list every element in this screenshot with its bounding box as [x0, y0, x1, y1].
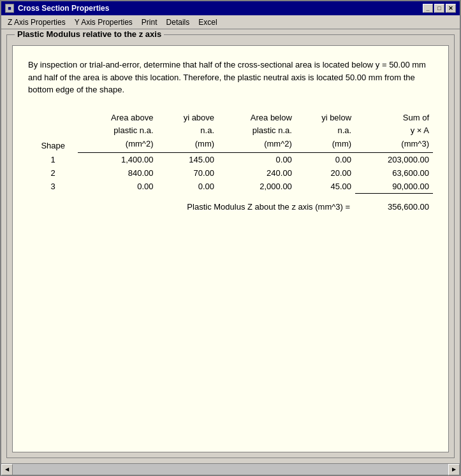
cell-sum-1: 203,000.00 — [355, 153, 433, 167]
table-header-row-3: (mm^2) (mm) (mm^2) (mm) (mm^3) — [28, 138, 433, 152]
title-bar-left: ■ Cross Section Properties — [5, 4, 109, 13]
cell-yi-below-3: 45.00 — [296, 180, 355, 194]
window-icon: ■ — [5, 4, 14, 13]
window-title: Cross Section Properties — [18, 4, 109, 13]
header-sum-1: Sum of — [355, 112, 433, 125]
horizontal-scrollbar: ◀ ▶ — [1, 463, 460, 475]
menu-item-details[interactable]: Details — [163, 17, 194, 28]
header-area-above-unit: (mm^2) — [78, 138, 157, 152]
cell-area-above-3: 0.00 — [78, 180, 157, 194]
table-row: 1 1,400.00 145.00 0.00 0.00 203,000.00 — [28, 153, 433, 167]
description-text: By inspection or trial-and-error, determ… — [28, 59, 433, 96]
scroll-right-button[interactable]: ▶ — [448, 464, 460, 475]
main-window: ■ Cross Section Properties _ □ ✕ Z Axis … — [0, 0, 461, 476]
scroll-track[interactable] — [13, 464, 448, 475]
header-shape: Shape — [28, 112, 78, 153]
header-yi-above-1: yi above — [157, 112, 219, 125]
title-bar: ■ Cross Section Properties _ □ ✕ — [1, 1, 460, 15]
header-area-below-unit: (mm^2) — [218, 138, 296, 152]
title-bar-controls: _ □ ✕ — [423, 4, 456, 13]
header-area-below-2: plastic n.a. — [218, 124, 296, 138]
header-area-above-2: plastic n.a. — [78, 124, 157, 138]
menu-item-print[interactable]: Print — [138, 17, 161, 28]
cell-yi-above-3: 0.00 — [157, 180, 219, 194]
header-yi-above-unit: (mm) — [157, 138, 219, 152]
close-button[interactable]: ✕ — [446, 4, 456, 13]
minimize-button[interactable]: _ — [423, 4, 433, 13]
menu-item-excel[interactable]: Excel — [194, 17, 221, 28]
separator-line — [355, 194, 433, 199]
cell-sum-2: 63,600.00 — [355, 166, 433, 180]
table-row: 3 0.00 0.00 2,000.00 45.00 90,000.00 — [28, 180, 433, 194]
table-header-row-1: Shape Area above yi above Area below yi … — [28, 112, 433, 125]
cell-area-below-1: 0.00 — [218, 153, 296, 167]
menu-item-y-axis[interactable]: Y Axis Properties — [71, 17, 136, 28]
cell-yi-above-1: 145.00 — [157, 153, 219, 167]
header-area-above-1: Area above — [78, 112, 157, 125]
header-yi-below-1: yi below — [296, 112, 355, 125]
total-row: Plastic Modulus Z about the z axis (mm^3… — [28, 198, 433, 213]
header-yi-below-unit: (mm) — [296, 138, 355, 152]
cell-sum-3: 90,000.00 — [355, 180, 433, 194]
cell-shape-1: 1 — [28, 153, 78, 167]
cell-area-below-2: 240.00 — [218, 166, 296, 180]
cell-yi-below-1: 0.00 — [296, 153, 355, 167]
cell-area-below-3: 2,000.00 — [218, 180, 296, 194]
header-yi-below-2: n.a. — [296, 124, 355, 138]
separator-empty — [28, 194, 355, 199]
group-box: Plastic Modulus relative to the z axis B… — [6, 34, 455, 458]
menu-item-z-axis[interactable]: Z Axis Properties — [4, 17, 70, 28]
table-row: 2 840.00 70.00 240.00 20.00 63,600.00 — [28, 166, 433, 180]
cell-yi-below-2: 20.00 — [296, 166, 355, 180]
cell-area-above-1: 1,400.00 — [78, 153, 157, 167]
menu-bar: Z Axis Properties Y Axis Properties Prin… — [1, 15, 460, 29]
cell-shape-3: 3 — [28, 180, 78, 194]
cell-yi-above-2: 70.00 — [157, 166, 219, 180]
window-content: Plastic Modulus relative to the z axis B… — [1, 29, 460, 463]
separator-row — [28, 194, 433, 199]
total-value: 356,600.00 — [355, 198, 433, 213]
header-sum-2: y × A — [355, 124, 433, 138]
cell-shape-2: 2 — [28, 166, 78, 180]
table-header-row-2: plastic n.a. n.a. plastic n.a. n.a. y × … — [28, 124, 433, 138]
group-box-label: Plastic Modulus relative to the z axis — [15, 29, 164, 39]
header-yi-above-2: n.a. — [157, 124, 219, 138]
cell-area-above-2: 840.00 — [78, 166, 157, 180]
scroll-left-button[interactable]: ◀ — [1, 464, 13, 475]
total-label: Plastic Modulus Z about the z axis (mm^3… — [28, 198, 355, 213]
header-sum-unit: (mm^3) — [355, 138, 433, 152]
inner-panel: By inspection or trial-and-error, determ… — [12, 45, 449, 452]
maximize-button[interactable]: □ — [434, 4, 444, 13]
data-table: Shape Area above yi above Area below yi … — [28, 112, 433, 214]
header-area-below-1: Area below — [218, 112, 296, 125]
